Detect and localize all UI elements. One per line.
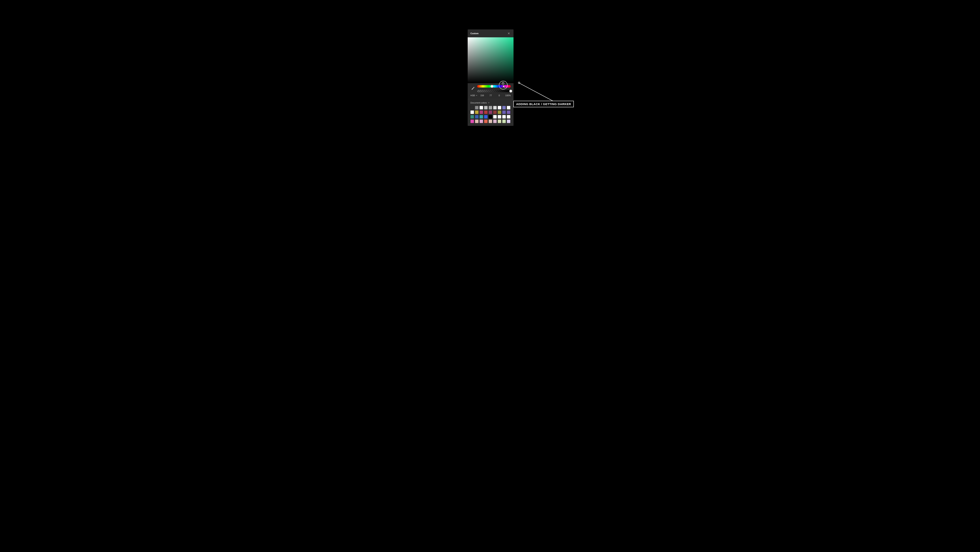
- color-swatch[interactable]: [471, 119, 474, 123]
- saturation-brightness-field[interactable]: [468, 37, 514, 83]
- color-swatch[interactable]: [507, 111, 511, 114]
- chevron-down-icon: [476, 95, 477, 96]
- color-swatch[interactable]: [475, 106, 479, 109]
- color-swatch[interactable]: [493, 119, 497, 123]
- hue-slider-handle[interactable]: [491, 85, 493, 88]
- color-swatch[interactable]: [488, 119, 492, 123]
- color-swatch[interactable]: [484, 111, 488, 114]
- saturation-input[interactable]: 77: [487, 94, 494, 97]
- color-swatch[interactable]: [484, 106, 488, 109]
- color-swatch[interactable]: [471, 106, 474, 109]
- color-mode-select[interactable]: HSB: [471, 94, 477, 97]
- document-colors-label: Document colors: [471, 102, 487, 104]
- close-button[interactable]: [507, 32, 511, 35]
- picker-header: Custom: [468, 29, 514, 37]
- alpha-input[interactable]: 100%: [504, 94, 511, 97]
- eyedropper-icon: [471, 87, 474, 90]
- color-swatch[interactable]: [493, 106, 497, 109]
- alpha-slider-handle[interactable]: [509, 90, 512, 92]
- color-swatch[interactable]: [471, 115, 474, 119]
- color-picker-popover: Custom: [468, 29, 514, 126]
- color-swatch[interactable]: [488, 111, 492, 114]
- color-swatch[interactable]: [498, 106, 501, 109]
- color-swatch[interactable]: [507, 119, 511, 123]
- color-swatch[interactable]: [471, 111, 474, 114]
- color-swatch[interactable]: [507, 106, 511, 109]
- color-swatch[interactable]: [502, 115, 506, 119]
- hue-input[interactable]: 158: [479, 94, 486, 97]
- color-swatch[interactable]: [479, 106, 483, 109]
- document-colors-header[interactable]: Document colors: [471, 102, 511, 104]
- color-swatch[interactable]: [475, 111, 479, 114]
- annotation-label-box: ADDING BLACK / GETTING DARKER: [513, 101, 574, 107]
- color-values-row: HSB 158 77 0 100%: [468, 94, 514, 99]
- color-swatch[interactable]: [502, 119, 506, 123]
- close-icon: [508, 32, 510, 35]
- color-swatch[interactable]: [502, 106, 506, 109]
- document-colors-section: Document colors: [468, 99, 514, 126]
- hue-slider[interactable]: [477, 85, 511, 87]
- color-swatch[interactable]: [475, 115, 479, 119]
- eyedropper-button[interactable]: [471, 86, 475, 91]
- color-swatch[interactable]: [498, 119, 501, 123]
- color-swatch[interactable]: [498, 111, 501, 114]
- color-swatch[interactable]: [479, 111, 483, 114]
- color-swatch[interactable]: [479, 119, 483, 123]
- color-swatch[interactable]: [488, 115, 492, 119]
- chevron-down-icon: [488, 102, 490, 103]
- color-swatch[interactable]: [484, 119, 488, 123]
- color-mode-label: HSB: [471, 94, 475, 97]
- color-swatch[interactable]: [488, 106, 492, 109]
- annotation-leader-line: [519, 83, 553, 101]
- color-swatch[interactable]: [493, 115, 497, 119]
- brightness-input[interactable]: 0: [496, 94, 503, 97]
- color-swatch[interactable]: [493, 111, 497, 114]
- color-swatch[interactable]: [502, 111, 506, 114]
- color-swatch[interactable]: [484, 115, 488, 119]
- color-swatch[interactable]: [479, 115, 483, 119]
- picker-title: Custom: [471, 32, 479, 35]
- color-swatch[interactable]: [498, 115, 501, 119]
- color-swatch[interactable]: [475, 119, 479, 123]
- swatch-grid: [471, 106, 511, 123]
- slider-block: [468, 83, 514, 94]
- alpha-slider[interactable]: [477, 90, 511, 92]
- annotation-text: ADDING BLACK / GETTING DARKER: [516, 102, 571, 106]
- color-swatch[interactable]: [507, 115, 511, 119]
